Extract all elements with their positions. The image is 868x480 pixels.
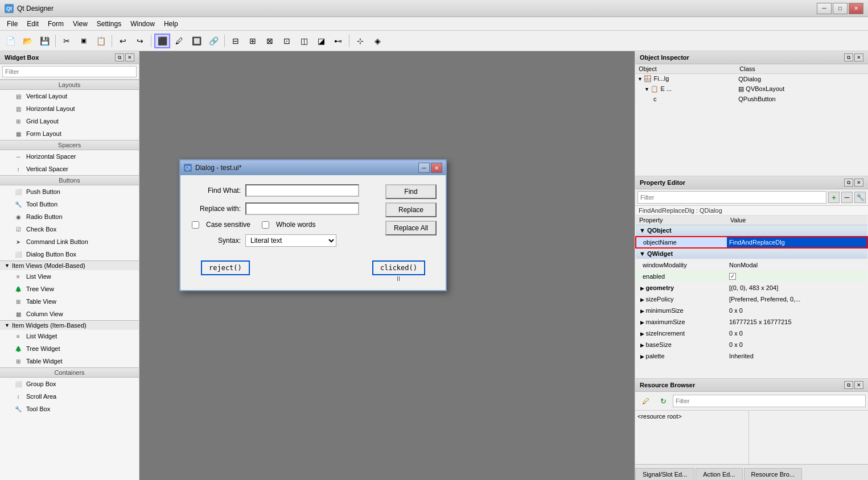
property-config-button[interactable]: 🔧 — [854, 192, 866, 203]
case-sensitive-checkbox[interactable] — [192, 221, 199, 229]
maximize-button[interactable]: □ — [833, 3, 848, 14]
dialog-minimize-button[interactable]: ─ — [418, 163, 430, 173]
replace-button[interactable]: Replace — [385, 202, 437, 217]
list-item[interactable]: 🔧 Tool Box — [0, 403, 139, 415]
widget-box-float-btn[interactable]: ⧉ — [115, 53, 124, 61]
table-row[interactable]: ▶ geometry [(0, 0), 483 x 204] — [636, 282, 867, 293]
menu-help[interactable]: Help — [159, 19, 183, 29]
toolbar-break[interactable]: ⊷ — [330, 34, 346, 48]
toolbar-redo[interactable]: ↪ — [132, 34, 148, 48]
clicked-button[interactable]: clicked() — [372, 260, 425, 275]
minimize-button[interactable]: ─ — [817, 3, 832, 14]
list-item[interactable]: ▦ Form Layout — [0, 127, 139, 140]
prop-value-basesize[interactable]: 0 x 0 — [727, 339, 867, 350]
table-row[interactable]: windowModality NonModal — [636, 259, 867, 271]
resource-tree[interactable]: <resource root> — [635, 411, 749, 464]
toolbar-adjust-size[interactable]: ⊹ — [352, 34, 368, 48]
toolbar-paste[interactable]: 📋 — [93, 34, 109, 48]
list-item[interactable]: ▦ Column View — [0, 308, 139, 320]
resource-refresh-button[interactable]: ↻ — [655, 394, 671, 408]
table-row[interactable]: c QPushButton — [635, 94, 868, 104]
list-item[interactable]: ◉ Radio Button — [0, 210, 139, 223]
toolbar-layout-f[interactable]: ⊡ — [279, 34, 295, 48]
list-item[interactable]: ≡ List Widget — [0, 330, 139, 342]
list-item[interactable]: ≡ List View — [0, 270, 139, 283]
toolbar-cut[interactable]: ✂ — [59, 34, 75, 48]
toolbar-layout-split-h[interactable]: ◫ — [296, 34, 312, 48]
list-item[interactable]: ⬜ Dialog Button Box — [0, 248, 139, 260]
prop-value-maxsize[interactable]: 16777215 x 16777215 — [727, 316, 867, 328]
toolbar-signal[interactable]: 🖊 — [171, 34, 187, 48]
close-button[interactable]: ✕ — [849, 3, 863, 14]
whole-words-checkbox[interactable] — [262, 221, 269, 229]
table-row[interactable]: ▶ maximumSize 16777215 x 16777215 — [636, 316, 867, 328]
table-row[interactable]: ▶ sizeIncrement 0 x 0 — [636, 328, 867, 339]
list-item[interactable]: 🌲 Tree View — [0, 283, 139, 295]
tab-action-editor[interactable]: Action Ed... — [696, 468, 742, 480]
prop-value-geometry[interactable]: [(0, 0), 483 x 204] — [727, 282, 867, 293]
toolbar-new[interactable]: 📄 — [2, 34, 18, 48]
dialog-close-button[interactable]: ✕ — [431, 163, 442, 173]
table-row[interactable]: ▶ baseSize 0 x 0 — [636, 339, 867, 350]
property-filter-input[interactable] — [637, 191, 826, 204]
resource-browser-float-btn[interactable]: ⧉ — [844, 381, 853, 389]
table-row[interactable]: objectName FindAndReplaceDlg — [636, 237, 867, 248]
list-item[interactable]: ➤ Command Link Button — [0, 235, 139, 248]
tab-resource-browser[interactable]: Resource Bro... — [744, 468, 802, 480]
widget-box-filter-input[interactable] — [2, 66, 137, 77]
toolbar-copy[interactable]: ▣ — [76, 34, 92, 48]
table-row[interactable]: enabled ✓ — [636, 271, 867, 282]
reject-button[interactable]: reject() — [201, 260, 250, 275]
prop-value-sizeincrement[interactable]: 0 x 0 — [727, 328, 867, 339]
category-item-views[interactable]: ▼ Item Views (Model-Based) — [0, 260, 139, 270]
prop-value-enabled[interactable]: ✓ — [727, 271, 867, 282]
list-item[interactable]: ⊞ Table View — [0, 295, 139, 308]
toolbar-save[interactable]: 💾 — [36, 34, 52, 48]
menu-settings[interactable]: Settings — [92, 19, 126, 29]
toolbar-layout-split-v[interactable]: ◪ — [313, 34, 329, 48]
list-item[interactable]: 🌲 Tree Widget — [0, 342, 139, 355]
toolbar-layout-g[interactable]: ⊠ — [262, 34, 278, 48]
list-item[interactable]: ⬜ Push Button — [0, 185, 139, 198]
object-inspector-close-btn[interactable]: ✕ — [854, 53, 863, 61]
list-item[interactable]: ⊞ Grid Layout — [0, 115, 139, 127]
prop-value-sizepolicy[interactable]: [Preferred, Preferred, 0,... — [727, 293, 867, 305]
toolbar-widget-editor[interactable]: ⬛ — [154, 34, 170, 48]
widget-box-close-btn[interactable]: ✕ — [125, 53, 134, 61]
table-row[interactable]: ▶ sizePolicy [Preferred, Preferred, 0,..… — [636, 293, 867, 305]
list-item[interactable]: ▤ Vertical Layout — [0, 90, 139, 102]
toolbar-layout-h[interactable]: ⊟ — [228, 34, 244, 48]
syntax-select[interactable]: Literal text — [245, 234, 336, 247]
list-item[interactable]: ↕ Vertical Spacer — [0, 163, 139, 175]
toolbar-buddy[interactable]: 🔗 — [205, 34, 221, 48]
find-what-input[interactable] — [245, 184, 359, 197]
table-row[interactable]: ▶ minimumSize 0 x 0 — [636, 305, 867, 316]
property-add-button[interactable]: + — [828, 192, 840, 203]
resource-edit-button[interactable]: 🖊 — [637, 394, 653, 408]
menu-form[interactable]: Form — [43, 19, 68, 29]
list-item[interactable]: ▥ Horizontal Layout — [0, 102, 139, 115]
menu-file[interactable]: File — [2, 19, 22, 29]
prop-value-objectname[interactable]: FindAndReplaceDlg — [727, 237, 867, 248]
menu-window[interactable]: Window — [126, 19, 159, 29]
table-row[interactable]: ▼ 📋 E ... ▤ QVBoxLayout — [635, 84, 868, 94]
category-item-widgets[interactable]: ▼ Item Widgets (Item-Based) — [0, 320, 139, 330]
replace-with-input[interactable] — [245, 202, 359, 215]
list-item[interactable]: ⬜ Group Box — [0, 378, 139, 390]
resource-filter-input[interactable] — [673, 395, 866, 407]
find-button[interactable]: Find — [385, 184, 437, 199]
menu-view[interactable]: View — [68, 19, 92, 29]
table-row[interactable]: ▼ 🪟 Fi...lg QDialog — [635, 74, 868, 84]
enabled-checkbox[interactable]: ✓ — [729, 273, 736, 280]
prop-value-palette[interactable]: Inherited — [727, 350, 867, 362]
tab-signal-slot[interactable]: Signal/Slot Ed... — [635, 468, 694, 480]
list-item[interactable]: ↔ Horizontal Spacer — [0, 150, 139, 163]
table-row[interactable]: ▶ palette Inherited — [636, 350, 867, 362]
property-remove-button[interactable]: ─ — [841, 192, 853, 203]
toolbar-tab-order[interactable]: 🔲 — [188, 34, 204, 48]
list-item[interactable]: ⊞ Table Widget — [0, 355, 139, 367]
resource-browser-close-btn[interactable]: ✕ — [854, 381, 863, 389]
object-inspector-float-btn[interactable]: ⧉ — [844, 53, 853, 61]
canvas-area[interactable]: Qt Dialog - test.ui* ─ ✕ Find What: Re — [139, 51, 635, 480]
property-editor-close-btn[interactable]: ✕ — [854, 179, 863, 187]
